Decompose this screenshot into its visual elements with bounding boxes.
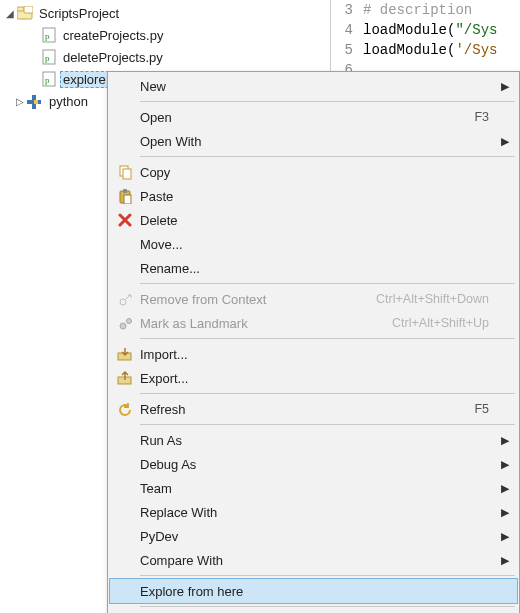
svg-rect-2 xyxy=(24,6,33,13)
menu-item-debug-as[interactable]: Debug As ▶ xyxy=(110,452,517,476)
delete-icon xyxy=(110,208,140,232)
svg-rect-1 xyxy=(17,7,24,11)
submenu-arrow-icon: ▶ xyxy=(501,554,511,567)
menu-separator xyxy=(140,156,515,157)
menu-item-rename[interactable]: Rename... xyxy=(110,256,517,280)
file-label: deleteProjects.py xyxy=(60,49,166,66)
menu-separator xyxy=(140,424,515,425)
menu-item-new[interactable]: New ▶ xyxy=(110,74,517,98)
copy-icon xyxy=(110,160,140,184)
menu-item-paste[interactable]: Paste xyxy=(110,184,517,208)
menu-item-mark-landmark: Mark as Landmark Ctrl+Alt+Shift+Up xyxy=(110,311,517,335)
python-file-icon: p xyxy=(40,70,58,88)
collapse-icon[interactable]: ◢ xyxy=(4,8,16,19)
project-label: ScriptsProject xyxy=(36,5,122,22)
remove-context-icon xyxy=(110,287,140,311)
menu-separator xyxy=(140,283,515,284)
tree-file-node[interactable]: p deleteProjects.py xyxy=(0,46,330,68)
tree-file-node[interactable]: p createProjects.py xyxy=(0,24,330,46)
import-icon xyxy=(110,342,140,366)
paste-icon xyxy=(110,184,140,208)
context-menu: New ▶ Open F3 Open With ▶ Copy Paste xyxy=(107,71,520,613)
project-folder-icon xyxy=(16,4,34,22)
submenu-arrow-icon: ▶ xyxy=(501,80,511,93)
python-file-icon: p xyxy=(40,26,58,44)
menu-item-pydev[interactable]: PyDev ▶ xyxy=(110,524,517,548)
editor-gutter: 3 4 5 6 xyxy=(331,0,357,75)
library-label: python xyxy=(46,93,91,110)
svg-text:p: p xyxy=(45,31,50,41)
python-lib-icon xyxy=(26,92,44,110)
menu-item-import[interactable]: Import... xyxy=(110,342,517,366)
svg-text:p: p xyxy=(45,53,50,63)
menu-item-copy[interactable]: Copy xyxy=(110,160,517,184)
svg-text:p: p xyxy=(45,75,50,85)
svg-rect-13 xyxy=(124,195,131,204)
menu-item-compare-with[interactable]: Compare With ▶ xyxy=(110,548,517,572)
svg-point-16 xyxy=(126,318,131,323)
submenu-arrow-icon: ▶ xyxy=(501,434,511,447)
svg-rect-12 xyxy=(123,189,127,193)
svg-rect-10 xyxy=(123,169,131,179)
menu-item-export[interactable]: Export... xyxy=(110,366,517,390)
menu-item-team[interactable]: Team ▶ xyxy=(110,476,517,500)
blank-icon xyxy=(110,74,140,98)
landmark-icon xyxy=(110,311,140,335)
menu-item-open-with[interactable]: Open With ▶ xyxy=(110,129,517,153)
submenu-arrow-icon: ▶ xyxy=(501,530,511,543)
submenu-arrow-icon: ▶ xyxy=(501,482,511,495)
menu-item-move[interactable]: Move... xyxy=(110,232,517,256)
menu-separator xyxy=(140,393,515,394)
export-icon xyxy=(110,366,140,390)
editor-content: # description loadModule("/Sys loadModul… xyxy=(363,0,497,75)
expand-icon[interactable]: ▷ xyxy=(14,96,26,107)
submenu-arrow-icon: ▶ xyxy=(501,458,511,471)
menu-separator xyxy=(140,101,515,102)
python-file-icon: p xyxy=(40,48,58,66)
menu-item-explore-from-here[interactable]: Explore from here xyxy=(110,579,517,603)
file-label: explore xyxy=(60,71,109,88)
code-editor[interactable]: 3 4 5 6 # description loadModule("/Sys l… xyxy=(330,0,520,75)
tree-project-node[interactable]: ◢ ScriptsProject xyxy=(0,2,330,24)
file-label: createProjects.py xyxy=(60,27,166,44)
submenu-arrow-icon: ▶ xyxy=(501,506,511,519)
svg-point-14 xyxy=(120,299,126,305)
menu-separator xyxy=(140,338,515,339)
menu-separator xyxy=(140,575,515,576)
menu-item-refresh[interactable]: Refresh F5 xyxy=(110,397,517,421)
menu-separator xyxy=(140,606,515,607)
menu-item-open[interactable]: Open F3 xyxy=(110,105,517,129)
refresh-icon xyxy=(110,397,140,421)
menu-item-run-as[interactable]: Run As ▶ xyxy=(110,428,517,452)
svg-point-15 xyxy=(120,323,126,329)
menu-item-remove-context: Remove from Context Ctrl+Alt+Shift+Down xyxy=(110,287,517,311)
menu-item-delete[interactable]: Delete xyxy=(110,208,517,232)
submenu-arrow-icon: ▶ xyxy=(501,135,511,148)
menu-item-replace-with[interactable]: Replace With ▶ xyxy=(110,500,517,524)
